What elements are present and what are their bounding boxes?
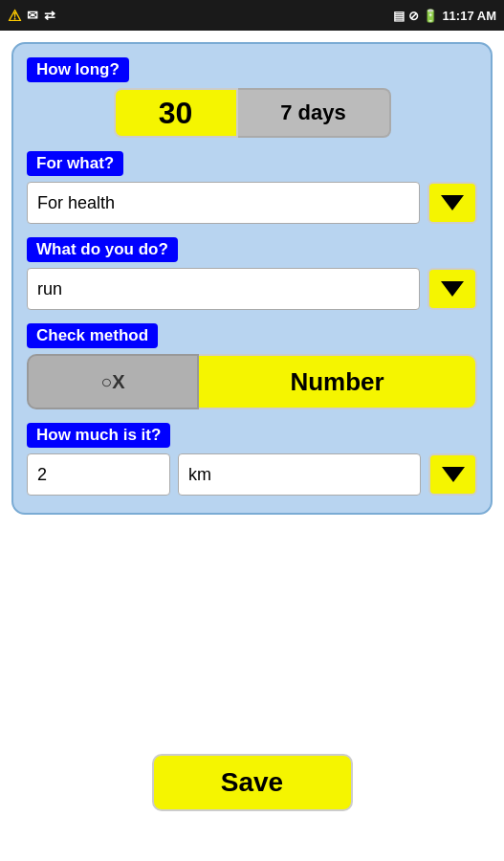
block-icon: ⊘ <box>408 9 419 23</box>
for-what-arrow-icon <box>441 195 464 210</box>
for-what-row <box>27 182 477 224</box>
sync-icon: ⇄ <box>44 8 55 23</box>
for-what-dropdown-btn[interactable] <box>427 182 477 224</box>
for-what-label: For what? <box>27 151 123 176</box>
check-method-section: Check method ○X Number <box>27 323 477 409</box>
form-card: How long? 30 7 days For what? What do yo… <box>11 42 493 515</box>
duration-unit[interactable]: 7 days <box>238 88 391 138</box>
check-method-label: Check method <box>27 323 158 348</box>
what-do-you-do-row <box>27 268 477 310</box>
how-much-section: How much is it? <box>27 423 477 496</box>
what-do-you-do-section: What do you do? <box>27 237 477 310</box>
signal-icon: ▤ <box>393 9 405 23</box>
status-right-area: ▤ ⊘ 🔋 11:17 AM <box>393 9 496 23</box>
how-much-row <box>27 453 477 496</box>
radio-x-icon: ○X <box>100 371 124 393</box>
save-button[interactable]: Save <box>152 754 353 811</box>
status-bar: ⚠ ✉ ⇄ ▤ ⊘ 🔋 11:17 AM <box>0 0 504 31</box>
duration-row: 30 7 days <box>27 88 477 138</box>
save-area: Save <box>152 515 353 850</box>
what-do-you-do-arrow-icon <box>441 281 464 297</box>
for-what-section: For what? <box>27 151 477 224</box>
how-long-section: How long? 30 7 days <box>27 57 477 138</box>
how-much-unit-input[interactable] <box>178 453 421 496</box>
how-much-value-input[interactable] <box>27 453 170 496</box>
main-content: How long? 30 7 days For what? What do yo… <box>0 31 504 861</box>
duration-number[interactable]: 30 <box>114 88 238 138</box>
how-long-label: How long? <box>27 57 129 82</box>
email-icon: ✉ <box>27 8 38 23</box>
how-much-arrow-icon <box>442 467 465 482</box>
what-do-you-do-label: What do you do? <box>27 237 178 262</box>
check-method-row: ○X Number <box>27 354 477 409</box>
status-left-icons: ⚠ ✉ ⇄ <box>8 7 55 25</box>
for-what-input[interactable] <box>27 182 420 224</box>
time-display: 11:17 AM <box>442 9 496 23</box>
how-much-label: How much is it? <box>27 423 170 448</box>
what-do-you-do-dropdown-btn[interactable] <box>427 268 477 310</box>
check-option-number[interactable]: Number <box>199 354 477 409</box>
warning-icon: ⚠ <box>8 7 21 25</box>
check-option-x[interactable]: ○X <box>27 354 199 409</box>
battery-icon: 🔋 <box>423 9 438 23</box>
what-do-you-do-input[interactable] <box>27 268 420 310</box>
how-much-dropdown-btn[interactable] <box>428 453 477 496</box>
